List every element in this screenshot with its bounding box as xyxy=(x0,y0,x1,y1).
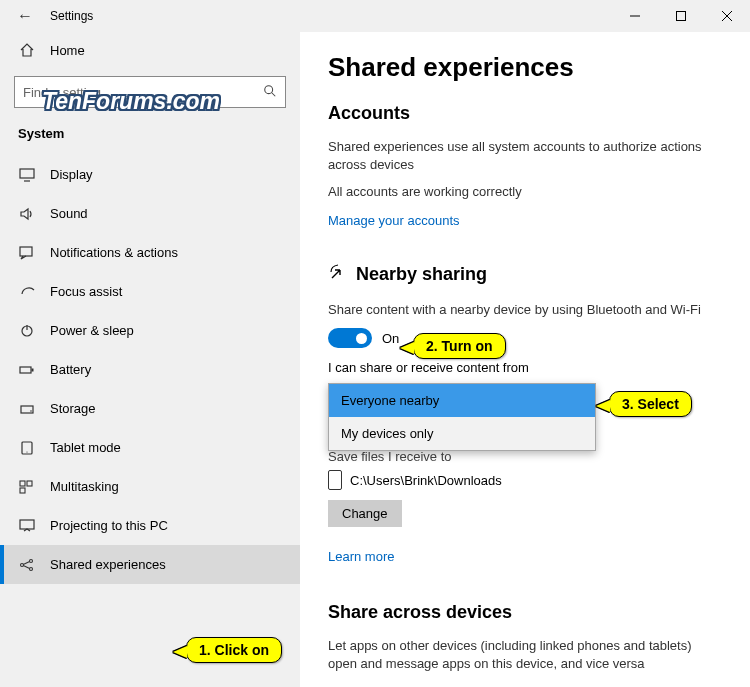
nearby-heading-text: Nearby sharing xyxy=(356,264,487,285)
sidebar-item-tablet-mode[interactable]: Tablet mode xyxy=(0,428,300,467)
display-icon xyxy=(18,168,36,182)
tablet-icon xyxy=(18,441,36,455)
learn-more-link[interactable]: Learn more xyxy=(328,549,394,564)
sidebar-item-label: Shared experiences xyxy=(50,557,166,572)
svg-rect-13 xyxy=(21,406,33,413)
sidebar-item-label: Display xyxy=(50,167,93,182)
sound-icon xyxy=(18,207,36,221)
content-area: Shared experiences Accounts Shared exper… xyxy=(300,32,750,687)
sidebar-item-label: Multitasking xyxy=(50,479,119,494)
save-path: C:\Users\Brink\Downloads xyxy=(350,473,502,488)
power-icon xyxy=(18,324,36,338)
manage-accounts-link[interactable]: Manage your accounts xyxy=(328,213,460,228)
home-icon xyxy=(18,42,36,58)
save-files-label: Save files I receive to xyxy=(328,449,722,464)
nearby-toggle-label: On xyxy=(382,331,399,346)
close-button[interactable] xyxy=(704,0,750,32)
svg-rect-19 xyxy=(20,488,25,493)
nearby-heading: Nearby sharing xyxy=(328,262,722,287)
sidebar-item-display[interactable]: Display xyxy=(0,155,300,194)
search-icon xyxy=(263,84,277,101)
svg-point-16 xyxy=(26,451,27,452)
svg-rect-11 xyxy=(20,367,31,373)
sidebar-item-label: Focus assist xyxy=(50,284,122,299)
callout-2: 2. Turn on xyxy=(413,333,506,359)
sidebar-item-storage[interactable]: Storage xyxy=(0,389,300,428)
window-title: Settings xyxy=(50,9,93,23)
sidebar-item-projecting[interactable]: Projecting to this PC xyxy=(0,506,300,545)
sidebar-item-notifications[interactable]: Notifications & actions xyxy=(0,233,300,272)
storage-icon xyxy=(18,402,36,416)
callout-1: 1. Click on xyxy=(186,637,282,663)
svg-rect-1 xyxy=(677,12,686,21)
sidebar: TenForums.com Home Find a setting System… xyxy=(0,32,300,687)
sidebar-item-label: Power & sleep xyxy=(50,323,134,338)
sidebar-item-label: Notifications & actions xyxy=(50,245,178,260)
sidebar-item-power-sleep[interactable]: Power & sleep xyxy=(0,311,300,350)
nav-home-label: Home xyxy=(50,43,85,58)
sidebar-item-label: Battery xyxy=(50,362,91,377)
svg-rect-20 xyxy=(20,520,34,529)
accounts-status: All accounts are working correctly xyxy=(328,183,722,201)
nearby-desc: Share content with a nearby device by us… xyxy=(328,301,722,319)
nearby-share-icon xyxy=(328,262,348,287)
svg-point-23 xyxy=(30,567,33,570)
svg-line-5 xyxy=(272,92,276,96)
change-button[interactable]: Change xyxy=(328,500,402,527)
notifications-icon xyxy=(18,246,36,260)
callout-3: 3. Select xyxy=(609,391,692,417)
svg-point-21 xyxy=(21,563,24,566)
sidebar-category: System xyxy=(0,118,300,155)
svg-line-24 xyxy=(23,561,29,564)
projecting-icon xyxy=(18,519,36,533)
svg-rect-17 xyxy=(20,481,25,486)
svg-rect-18 xyxy=(27,481,32,486)
sidebar-item-shared-experiences[interactable]: Shared experiences xyxy=(0,545,300,584)
accounts-heading: Accounts xyxy=(328,103,722,124)
page-title: Shared experiences xyxy=(328,52,722,83)
sidebar-item-focus-assist[interactable]: Focus assist xyxy=(0,272,300,311)
shared-experiences-icon xyxy=(18,558,36,572)
accounts-desc: Shared experiences use all system accoun… xyxy=(328,138,722,173)
svg-point-14 xyxy=(30,410,32,412)
share-from-dropdown[interactable]: Everyone nearby My devices only xyxy=(328,383,596,451)
sidebar-item-multitasking[interactable]: Multitasking xyxy=(0,467,300,506)
nav-home[interactable]: Home xyxy=(0,32,300,68)
titlebar: ← Settings xyxy=(0,0,750,32)
sidebar-item-label: Projecting to this PC xyxy=(50,518,168,533)
battery-icon xyxy=(18,363,36,377)
svg-point-22 xyxy=(30,559,33,562)
sidebar-item-label: Storage xyxy=(50,401,96,416)
multitasking-icon xyxy=(18,480,36,494)
sidebar-item-label: Tablet mode xyxy=(50,440,121,455)
svg-rect-12 xyxy=(32,368,34,371)
dropdown-option-my-devices[interactable]: My devices only xyxy=(329,417,595,450)
share-across-desc: Let apps on other devices (including lin… xyxy=(328,637,722,672)
svg-rect-8 xyxy=(20,247,32,256)
search-input[interactable]: Find a setting xyxy=(14,76,286,108)
svg-rect-6 xyxy=(20,169,34,178)
sidebar-item-sound[interactable]: Sound xyxy=(0,194,300,233)
nearby-toggle[interactable] xyxy=(328,328,372,348)
share-across-heading: Share across devices xyxy=(328,602,722,623)
maximize-button[interactable] xyxy=(658,0,704,32)
search-placeholder: Find a setting xyxy=(23,85,263,100)
device-icon xyxy=(328,470,342,490)
back-button[interactable]: ← xyxy=(0,7,50,25)
sidebar-item-label: Sound xyxy=(50,206,88,221)
svg-line-25 xyxy=(23,565,29,568)
focus-assist-icon xyxy=(18,285,36,299)
minimize-button[interactable] xyxy=(612,0,658,32)
dropdown-option-everyone[interactable]: Everyone nearby xyxy=(329,384,595,417)
svg-point-4 xyxy=(265,85,273,93)
sidebar-item-battery[interactable]: Battery xyxy=(0,350,300,389)
share-from-label: I can share or receive content from xyxy=(328,360,722,375)
